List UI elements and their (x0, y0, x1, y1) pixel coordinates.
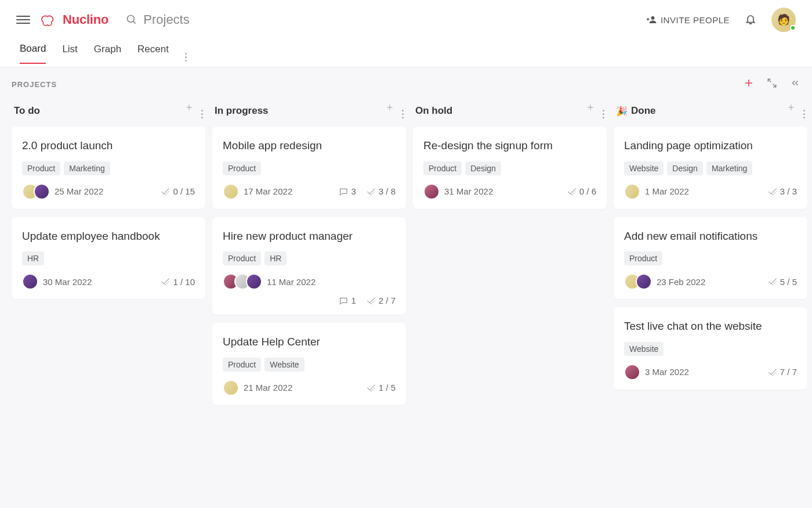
board-area: PROJECTS To do 2.0 product launch Produc… (0, 67, 812, 508)
invite-label: INVITE PEOPLE (661, 15, 730, 25)
card-avatars (423, 183, 444, 200)
checklist-count: 3 / 3 (768, 186, 797, 196)
invite-people-button[interactable]: INVITE PEOPLE (647, 15, 730, 25)
card-tag: Marketing (64, 161, 110, 175)
column-header: To do (12, 100, 205, 127)
card-title: 2.0 product launch (22, 138, 195, 153)
search-input[interactable]: Projects (126, 12, 189, 27)
card-date: 3 Mar 2022 (645, 367, 689, 377)
card-tag: HR (22, 251, 44, 265)
column-header: In progress (212, 100, 406, 127)
search-placeholder: Projects (143, 12, 189, 27)
svg-line-8 (773, 84, 776, 87)
card-tag: Product (624, 251, 662, 265)
column-emoji: 🎉 (616, 106, 628, 117)
svg-point-0 (128, 16, 135, 23)
add-card-button[interactable] (386, 103, 394, 118)
bell-icon (745, 12, 756, 25)
menu-icon[interactable] (16, 13, 30, 27)
collapse-button[interactable] (767, 78, 777, 91)
hide-panel-button[interactable] (790, 78, 800, 91)
card-title: Add new email notifications (624, 229, 797, 244)
card-title: Mobile app redesign (223, 138, 396, 153)
card-avatars (223, 183, 244, 200)
column-menu-button[interactable] (603, 103, 604, 118)
notifications-button[interactable] (745, 12, 756, 27)
board-card[interactable]: Landing page optimization WebsiteDesignM… (614, 127, 807, 209)
column-title: To do (14, 105, 40, 117)
column-header: On hold (413, 100, 607, 127)
board-card[interactable]: Add new email notifications Product 23 F… (614, 217, 807, 300)
card-title: Re-design the signup form (423, 138, 596, 153)
card-tag: Product (223, 251, 261, 265)
board-card[interactable]: Re-design the signup form ProductDesign … (413, 127, 607, 209)
board-title: PROJECTS (12, 80, 57, 89)
tab-list[interactable]: List (62, 44, 77, 63)
board-card[interactable]: Mobile app redesign Product 17 Mar 2022 … (212, 127, 406, 209)
board-columns: To do 2.0 product launch ProductMarketin… (12, 100, 800, 413)
card-tag: Design (667, 161, 703, 175)
collapse-icon (767, 78, 777, 88)
add-card-button[interactable] (185, 103, 193, 118)
tab-graph[interactable]: Graph (94, 44, 121, 63)
comments-count: 3 (339, 186, 356, 196)
card-tag: Product (22, 161, 60, 175)
avatar (34, 183, 50, 200)
avatar (246, 273, 262, 290)
checklist-count: 1 / 10 (161, 277, 195, 287)
add-button[interactable] (744, 78, 754, 91)
column-menu-button[interactable] (402, 103, 404, 118)
checklist-count: 3 / 8 (367, 186, 396, 196)
board-card[interactable]: Update employee handbook HR 30 Mar 2022 … (12, 217, 205, 300)
card-avatars (223, 380, 244, 396)
card-avatars (624, 364, 645, 380)
tab-board[interactable]: Board (20, 43, 46, 64)
card-tag: Product (423, 161, 462, 175)
nuclino-logo[interactable]: Nuclino (41, 12, 108, 27)
column-header: 🎉 Done (614, 100, 807, 127)
column-menu-button[interactable] (803, 103, 805, 118)
add-card-button[interactable] (586, 103, 594, 118)
card-avatars (624, 273, 657, 290)
card-title: Update Help Center (223, 334, 396, 350)
card-date: 17 Mar 2022 (244, 186, 292, 196)
avatar (223, 380, 239, 396)
card-tag: Website (624, 161, 664, 175)
card-tag: Product (223, 161, 261, 175)
card-tags: ProductHR (223, 251, 396, 265)
plus-icon (744, 78, 754, 88)
card-tags: ProductWebsite (223, 358, 396, 372)
card-tag: Website (624, 342, 664, 356)
avatar (223, 183, 239, 200)
add-user-icon (647, 15, 657, 25)
logo-text: Nuclino (63, 12, 108, 27)
board-card[interactable]: 2.0 product launch ProductMarketing 25 M… (12, 127, 205, 209)
card-tag: Design (465, 161, 501, 175)
add-card-button[interactable] (787, 103, 795, 118)
card-avatars (22, 273, 43, 290)
card-tag: Website (264, 358, 304, 372)
board-card[interactable]: Update Help Center ProductWebsite 21 Mar… (212, 323, 406, 405)
tab-recent[interactable]: Recent (137, 44, 169, 63)
brain-icon (41, 13, 59, 27)
avatar (636, 273, 652, 290)
board-card[interactable]: Test live chat on the website Website 3 … (614, 307, 807, 390)
card-date: 31 Mar 2022 (444, 186, 493, 196)
view-tabs: Board List Graph Recent (0, 39, 812, 67)
board-column: In progress Mobile app redesign Product … (212, 100, 406, 413)
board-column: 🎉 Done Landing page optimization Website… (614, 100, 807, 413)
app-header: Nuclino Projects INVITE PEOPLE 🧑 (0, 0, 812, 39)
svg-point-2 (651, 16, 654, 20)
svg-line-7 (768, 79, 771, 82)
card-date: 30 Mar 2022 (43, 277, 92, 287)
board-card[interactable]: Hire new product manager ProductHR 11 Ma… (212, 217, 406, 315)
avatar (22, 273, 38, 290)
card-tag: Product (223, 358, 261, 372)
avatar (423, 183, 440, 200)
tabs-more-button[interactable] (185, 45, 187, 62)
presence-indicator (790, 25, 796, 31)
avatar (624, 364, 640, 380)
card-title: Update employee handbook (22, 229, 195, 244)
column-menu-button[interactable] (201, 103, 203, 118)
user-menu[interactable]: 🧑 (771, 8, 796, 32)
